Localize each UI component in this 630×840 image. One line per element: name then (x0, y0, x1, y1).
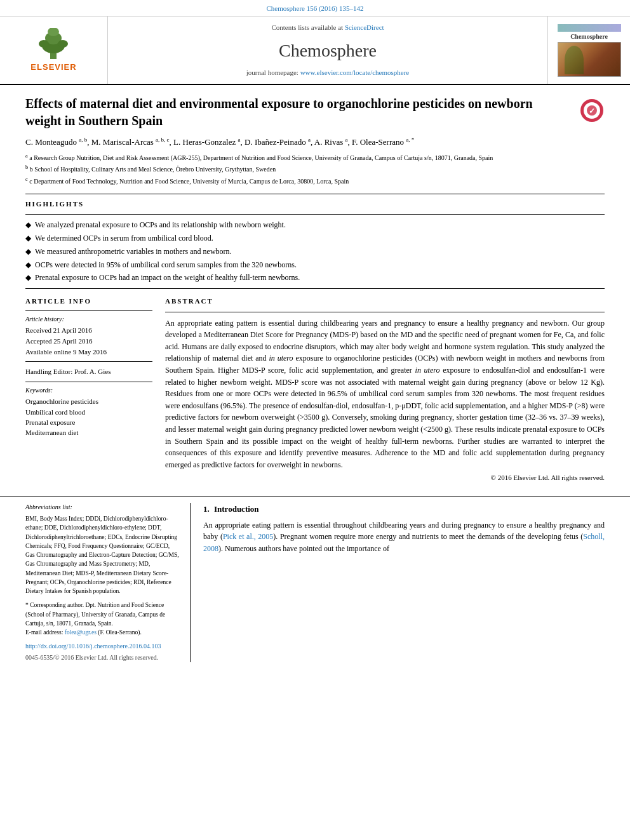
keyword-4: Mediterranean diet (25, 428, 152, 437)
italic-in-utero-2: in utero (415, 366, 440, 375)
elsevier-logo: ELSEVIER (30, 28, 76, 73)
abbrev-title: Abbreviations list: (25, 503, 180, 512)
sciencedirect-text: Contents lists available at (271, 23, 343, 31)
sciencedirect-line: Contents lists available at ScienceDirec… (271, 23, 384, 32)
journal-name: Chemosphere (279, 38, 377, 63)
page-container: Chemosphere 156 (2016) 135–142 ELSEVIER … (0, 0, 630, 662)
italic-in-utero-1: in utero (269, 354, 293, 363)
intro-label: Introduction (214, 504, 259, 514)
highlights-list: ◆ We analyzed prenatal exposure to OCPs … (25, 220, 605, 283)
info-abstract-cols: ARTICLE INFO Article history: Received 2… (25, 297, 605, 483)
highlights-label: HIGHLIGHTS (25, 199, 605, 209)
keyword-3: Prenatal exposure (25, 418, 152, 427)
bullet-icon-4: ◆ (25, 260, 31, 270)
keyword-1: Organochlorine pesticides (25, 397, 152, 406)
bottom-two-col: Abbreviations list: BMI, Body Mass Index… (25, 503, 605, 663)
received-date: Received 21 April 2016 (25, 326, 152, 335)
homepage-line: journal homepage: www.elsevier.com/locat… (246, 68, 409, 77)
intro-number: 1. (203, 504, 210, 514)
journal-ref-bar: Chemosphere 156 (2016) 135–142 (0, 0, 630, 17)
bullet-icon-5: ◆ (25, 272, 31, 283)
doi-link[interactable]: http://dx.doi.org/10.1016/j.chemosphere.… (25, 642, 180, 651)
corresponding-note: * Corresponding author. Dpt. Nutrition a… (25, 601, 180, 628)
bottom-left-col: Abbreviations list: BMI, Body Mass Index… (25, 503, 191, 663)
highlight-4: ◆ OCPs were detected in 95% of umbilical… (25, 260, 605, 270)
highlight-2: ◆ We determined OCPs in serum from umbil… (25, 233, 605, 244)
journal-cover-image (558, 42, 621, 77)
doi-area: http://dx.doi.org/10.1016/j.chemosphere.… (25, 642, 180, 662)
svg-text:✓: ✓ (589, 107, 595, 116)
author-sup-3: a (238, 137, 241, 143)
abstract-text: An appropriate eating pattern is essenti… (165, 317, 605, 471)
svg-point-5 (58, 40, 68, 48)
copyright-line: © 2016 Elsevier Ltd. All rights reserved… (165, 473, 605, 483)
header-right: Chemosphere (547, 17, 630, 84)
affil-1: a a Research Group Nutrition, Diet and R… (25, 152, 605, 163)
header-center: Contents lists available at ScienceDirec… (108, 17, 547, 84)
elsevier-tree-icon (31, 28, 76, 60)
available-date: Available online 9 May 2016 (25, 347, 152, 357)
highlight-5: ◆ Prenatal exposure to OCPs had an impac… (25, 272, 605, 283)
crossmark-icon: ✓ (579, 98, 605, 123)
info-divider-3 (25, 382, 152, 382)
article-info-label: ARTICLE INFO (25, 297, 152, 306)
author-sup-4: a (308, 137, 311, 143)
bottom-right-col: 1. Introduction An appropriate eating pa… (203, 503, 605, 663)
keywords-label: Keywords: (25, 386, 152, 395)
journal-thumbnail: Chemosphere (558, 24, 621, 77)
cite-pick[interactable]: Pick et al., 2005 (223, 532, 273, 541)
accepted-date: Accepted 25 April 2016 (25, 337, 152, 346)
info-divider (25, 310, 152, 311)
header-left: ELSEVIER (0, 17, 108, 84)
intro-heading: 1. Introduction (203, 503, 605, 516)
sciencedirect-link[interactable]: ScienceDirect (345, 23, 384, 31)
elsevier-label: ELSEVIER (30, 62, 76, 73)
article-info-col: ARTICLE INFO Article history: Received 2… (25, 297, 152, 483)
journal-ref-text: Chemosphere 156 (2016) 135–142 (266, 4, 363, 12)
article-title-row: Effects of maternal diet and environment… (25, 95, 605, 130)
intro-text: An appropriate eating pattern is essenti… (203, 519, 605, 555)
article-title-text: Effects of maternal diet and environment… (25, 95, 579, 130)
bullet-icon-3: ◆ (25, 246, 31, 257)
highlights-section: HIGHLIGHTS ◆ We analyzed prenatal exposu… (25, 199, 605, 289)
divider-1 (25, 194, 605, 194)
svg-point-4 (39, 40, 49, 48)
homepage-url[interactable]: www.elsevier.com/locate/chemosphere (300, 69, 410, 76)
abstract-divider (165, 312, 605, 312)
header-area: ELSEVIER Contents lists available at Sci… (0, 17, 630, 85)
highlight-3: ◆ We measured anthropometric variables i… (25, 246, 605, 257)
thumb-label: Chemosphere (570, 33, 608, 41)
keyword-2: Umbilical cord blood (25, 408, 152, 417)
homepage-text: journal homepage: (246, 69, 298, 76)
email-link[interactable]: folea@ugr.es (65, 629, 97, 636)
abbrev-text: BMI, Body Mass Index; DDDi, Dichlorodiph… (25, 514, 180, 596)
highlight-1: ◆ We analyzed prenatal exposure to OCPs … (25, 220, 605, 230)
handling-editor: Handling Editor: Prof. A. Gies (25, 367, 152, 377)
info-divider-2 (25, 361, 152, 362)
issn-line: 0045-6535/© 2016 Elsevier Ltd. All right… (25, 653, 180, 663)
author-sup-1: a, b (79, 137, 87, 143)
bullet-icon-1: ◆ (25, 220, 31, 230)
abstract-label: ABSTRACT (165, 297, 605, 306)
author-sup-5: a (345, 137, 348, 143)
email-note: E-mail address: folea@ugr.es (F. Olea-Se… (25, 628, 180, 637)
author-sup-2: a, b, c (156, 137, 170, 143)
highlights-bottom-divider (25, 288, 605, 289)
footnote-block: * Corresponding author. Dpt. Nutrition a… (25, 601, 180, 637)
affil-3: c c Department of Food Technology, Nutri… (25, 176, 605, 186)
abstract-col: ABSTRACT An appropriate eating pattern i… (165, 297, 605, 483)
affil-2: b b School of Hospitality, Culinary Arts… (25, 164, 605, 174)
main-content: Effects of maternal diet and environment… (0, 85, 630, 489)
author-sup-6: a, * (406, 137, 414, 143)
highlights-top-divider (25, 214, 605, 215)
bottom-section: Abbreviations list: BMI, Body Mass Index… (0, 496, 630, 663)
history-label: Article history: (25, 315, 152, 324)
thumb-top-bar (558, 24, 621, 32)
bullet-icon-2: ◆ (25, 233, 31, 244)
authors-line: C. Monteagudo a, b, M. Mariscal-Arcas a,… (25, 136, 605, 149)
affiliations: a a Research Group Nutrition, Diet and R… (25, 152, 605, 186)
